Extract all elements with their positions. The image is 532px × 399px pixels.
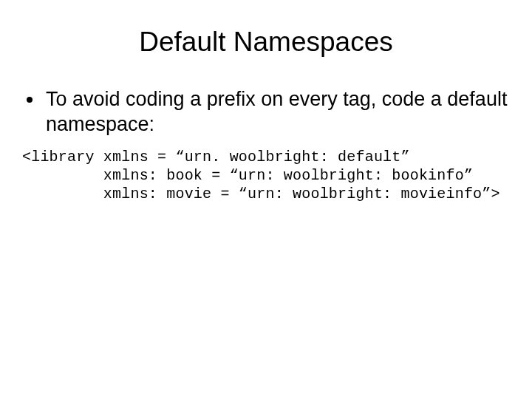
bullet-dot-icon [27, 97, 33, 103]
slide-title: Default Namespaces [22, 27, 510, 58]
code-line: <library xmlns = “urn. woolbright: defau… [22, 149, 410, 166]
code-block: <library xmlns = “urn. woolbright: defau… [22, 148, 510, 203]
slide: Default Namespaces To avoid coding a pre… [0, 0, 532, 399]
bullet-text: To avoid coding a prefix on every tag, c… [46, 87, 510, 137]
bullet-item: To avoid coding a prefix on every tag, c… [22, 87, 510, 137]
code-line: xmlns: book = “urn: woolbright: bookinfo… [22, 167, 473, 184]
code-line: xmlns: movie = “urn: woolbright: moviein… [22, 185, 500, 202]
